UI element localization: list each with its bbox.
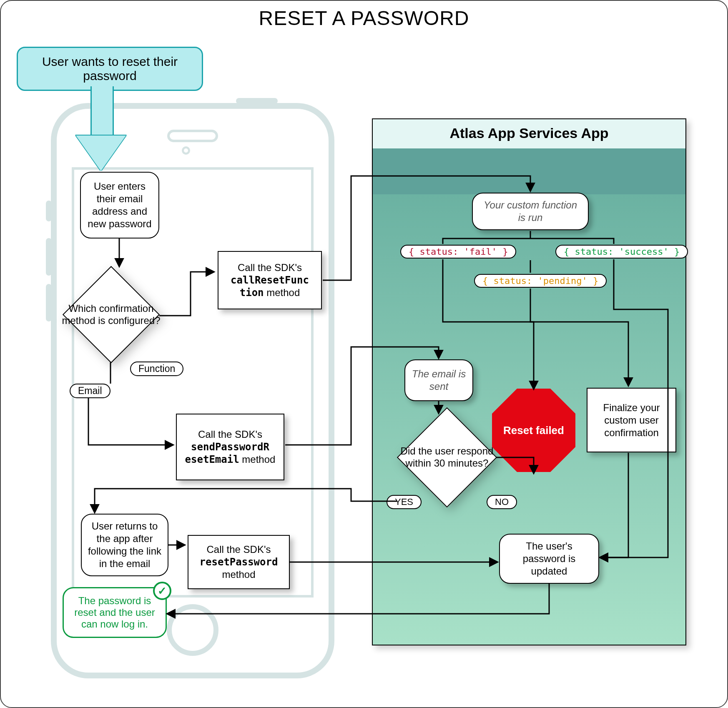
label-function: Function [130,362,183,376]
text: Call the SDK's [198,429,262,440]
node-reset-failed: Reset failed [492,389,575,472]
label-email: Email [70,384,110,398]
node-password-updated: The user's password is updated [499,534,599,584]
node-custom-fn: Your custom function is run [472,193,589,230]
check-icon: ✓ [153,582,171,600]
label-yes: YES [387,495,422,509]
server-title: Atlas App Services App [373,125,685,141]
arrow-down-icon [80,86,122,174]
status-pending: { status: 'pending' } [474,274,607,288]
decision-confirmation-method: Which confirmation method is configured? [77,280,146,349]
diagram-title: RESET A PASSWORD [1,7,727,30]
node-send-reset-email: Call the SDK's sendPasswordR esetEmail m… [176,414,284,480]
decision-30min: Did the user respond within 30 minutes? [412,422,482,493]
node-reset-password: Call the SDK's resetPassword method [188,535,290,589]
node-user-returns: User returns to the app after following … [81,514,168,576]
node-user-enters: User enters their email address and new … [80,172,159,239]
text: method [222,569,255,580]
status-fail: { status: 'fail' } [400,245,516,259]
label-no: NO [487,495,517,509]
text: Call the SDK's [238,262,302,273]
node-email-sent: The email is sent [404,359,473,401]
node-finalize: Finalize your custom user confirmation [587,388,676,452]
text: method [242,454,275,465]
node-success: The password is reset and the user can n… [63,587,167,638]
text: Call the SDK's [207,544,271,555]
text: method [266,287,300,298]
code: resetPassword [200,556,278,568]
node-call-reset-func: Call the SDK's callResetFunc tion method [218,251,322,309]
status-success: { status: 'success' } [555,245,688,259]
start-callout: User wants to reset their password [17,47,203,91]
